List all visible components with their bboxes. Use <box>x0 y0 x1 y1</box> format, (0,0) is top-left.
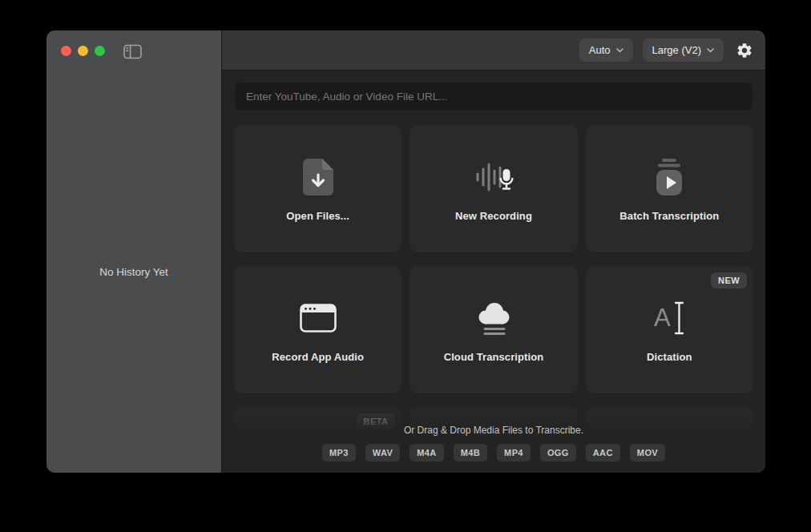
dictation-letter: A <box>654 305 671 330</box>
main-panel: Auto Large (V2) <box>222 30 765 473</box>
zoom-button[interactable] <box>95 46 105 56</box>
action-card-label: New Recording <box>455 210 532 222</box>
action-card-new-recording[interactable]: New Recording <box>410 125 577 252</box>
new-badge: NEW <box>711 272 747 288</box>
waveform-mic-icon <box>473 156 514 198</box>
sidebar: No History Yet <box>46 30 221 473</box>
format-pill: M4B <box>454 444 487 461</box>
url-input[interactable] <box>234 82 753 111</box>
model-dropdown-label: Large (V2) <box>652 44 701 56</box>
sidebar-toggle-button[interactable] <box>123 44 143 59</box>
language-dropdown[interactable]: Auto <box>579 38 633 62</box>
drop-footer: Or Drag & Drop Media Files to Transcribe… <box>222 425 765 461</box>
traffic-lights <box>61 46 105 56</box>
app-window: No History Yet Auto Large (V2) <box>46 30 765 473</box>
action-card-open-files[interactable]: Open Files... <box>234 125 401 252</box>
action-card-label: Batch Transcription <box>619 210 719 222</box>
format-pill: MOV <box>630 444 665 461</box>
history-empty-text: No History Yet <box>46 266 221 278</box>
format-pill: MP4 <box>497 444 531 461</box>
minimize-button[interactable] <box>78 46 88 56</box>
toolbar: Auto Large (V2) <box>222 30 765 71</box>
app-window-icon <box>300 297 337 339</box>
doc-arrow-down-icon <box>303 156 333 198</box>
play-stack-icon <box>652 156 687 198</box>
action-card-label: Dictation <box>647 351 692 363</box>
action-card-label: Cloud Transcription <box>444 351 544 363</box>
chevron-down-icon <box>707 48 714 53</box>
format-pill-row: MP3 WAV M4A M4B MP4 OGG AAC MOV <box>222 444 765 461</box>
sidebar-toggle-icon <box>123 44 143 59</box>
action-card-label: Record App Audio <box>272 351 364 363</box>
format-pill: M4A <box>410 444 443 461</box>
content-area: Open Files... <box>222 71 765 473</box>
chevron-down-icon <box>616 48 623 53</box>
close-button[interactable] <box>61 46 71 56</box>
action-card-record-app-audio[interactable]: Record App Audio <box>234 266 401 393</box>
format-pill: WAV <box>365 444 400 461</box>
language-dropdown-label: Auto <box>589 44 611 56</box>
text-cursor-icon: A <box>654 297 685 339</box>
settings-button[interactable] <box>736 42 753 59</box>
action-grid-row-2: Record App Audio <box>234 266 753 393</box>
format-pill: AAC <box>586 444 620 461</box>
action-card-cloud-transcription[interactable]: Cloud Transcription <box>410 266 577 393</box>
drop-hint-text: Or Drag & Drop Media Files to Transcribe… <box>222 425 765 436</box>
gear-icon <box>736 42 753 59</box>
action-card-dictation[interactable]: NEW A Dictation <box>586 266 753 393</box>
action-card-label: Open Files... <box>286 210 349 222</box>
action-grid: Open Files... <box>234 125 753 252</box>
action-card-batch-transcription[interactable]: Batch Transcription <box>586 125 753 252</box>
format-pill: MP3 <box>322 444 356 461</box>
cloud-lines-icon <box>473 297 514 339</box>
format-pill: OGG <box>540 444 576 461</box>
model-dropdown[interactable]: Large (V2) <box>643 38 724 62</box>
